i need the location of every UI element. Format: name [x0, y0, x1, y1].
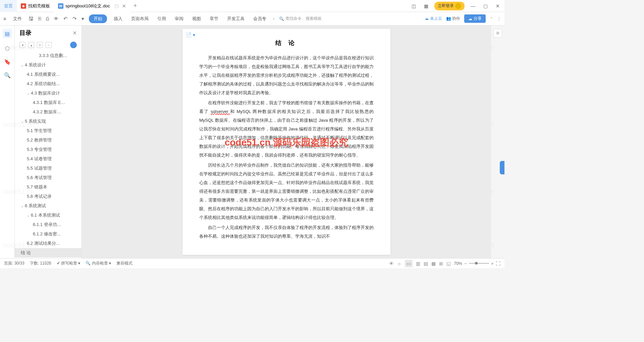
brightness-icon[interactable]: ☼ — [397, 261, 401, 266]
export-icon[interactable]: ⎘ — [38, 16, 41, 21]
search-rail-icon[interactable]: 🔍 — [4, 72, 11, 78]
tab-templates[interactable]: ◆ 找稻壳模板 — [17, 0, 54, 12]
zoom-in-icon[interactable]: + — [491, 261, 494, 266]
eye-icon[interactable]: 👁 — [389, 261, 394, 266]
print-icon[interactable]: ⎙ — [46, 16, 49, 21]
sync-indicator-icon[interactable] — [70, 42, 77, 48]
tab-window-icon[interactable]: ▢ — [115, 3, 119, 8]
redo-icon[interactable]: ↷ — [72, 16, 77, 22]
expand-all-icon[interactable]: ▴ — [28, 42, 34, 48]
share-icon: ☁ — [468, 16, 472, 21]
outline-icon[interactable]: ▤ — [3, 29, 12, 38]
minimize-button[interactable]: — — [469, 3, 477, 9]
sidebar-close-icon[interactable]: ✕ — [72, 30, 77, 36]
spellcheck-button[interactable]: ✔ 拼写检查 ▾ — [57, 261, 80, 266]
dropdown-icon[interactable]: ▾ — [82, 16, 84, 22]
toc-item[interactable]: 5.5 试题管理 — [15, 164, 82, 173]
toolbar-more-icon[interactable]: ⋮ — [497, 16, 501, 21]
check-icon: ✔ — [57, 261, 60, 266]
menu-layout[interactable]: 页面布局 — [129, 14, 151, 23]
print-layout-icon[interactable]: ⊞ — [439, 261, 443, 266]
share-button[interactable]: ☁ 分享 — [464, 14, 486, 23]
toc-item[interactable]: ⌄6 系统测试 — [15, 201, 82, 211]
zoom-level[interactable]: 70% — [454, 261, 462, 266]
scroll-right-icon[interactable]: › — [273, 16, 274, 21]
toc-item[interactable]: 3.3.3 信息删… — [15, 51, 82, 60]
search-icon: 🔍 — [279, 16, 284, 21]
panel-toggle-icon[interactable]: ≡ — [493, 29, 502, 38]
menu-file[interactable]: 文件 — [11, 14, 24, 23]
toc-item[interactable]: 5.2 教师管理 — [15, 135, 82, 145]
save-icon[interactable]: 🖫 — [29, 16, 34, 21]
remove-heading-icon[interactable]: − — [46, 42, 52, 48]
command-search[interactable]: 🔍 查找命令、搜索模板 — [279, 16, 322, 21]
page-view-icon[interactable]: ▭ — [405, 260, 413, 267]
web-view-icon[interactable]: ▦ — [431, 261, 436, 266]
toc-item[interactable]: 4.3.1 数据库 E… — [15, 98, 82, 107]
toc-item[interactable]: 参考文献 — [15, 258, 82, 258]
undo-icon[interactable]: ↶ — [63, 16, 68, 22]
chevron-down-icon[interactable]: ⌄ — [21, 120, 23, 123]
toc-item[interactable]: 5.6 考试管理 — [15, 173, 82, 182]
toc-item[interactable]: 5.4 试卷管理 — [15, 154, 82, 164]
close-icon[interactable]: ✕ — [122, 3, 126, 9]
toc-item[interactable]: 6.1.1 登录功… — [15, 220, 82, 229]
zoom-control: 70% − + ⛶ — [454, 261, 500, 266]
tab-home[interactable]: 首页 — [0, 0, 17, 12]
document-area[interactable]: 📄 ▾ 结 论 开发精品在线试题库系统是作为毕设作品进行设计的，这个毕设作品是我… — [82, 25, 491, 258]
toc-item[interactable]: 4.1 系统概要设… — [15, 70, 82, 79]
chevron-down-icon[interactable]: ⌄ — [27, 92, 30, 95]
toc-item[interactable]: 5.7 错题本 — [15, 182, 82, 192]
menu-devtools[interactable]: 开发工具 — [225, 14, 247, 23]
menu-insert[interactable]: 插入 — [112, 14, 124, 23]
outline-view-icon[interactable]: ▥ — [416, 261, 420, 266]
content-check-button[interactable]: 🔍 内容检查 ▾ — [86, 261, 111, 266]
menu-reference[interactable]: 引用 — [155, 14, 168, 23]
toc-item[interactable]: 5.8 考试记录 — [15, 192, 82, 201]
toc-item[interactable]: 5.3 专业管理 — [15, 145, 82, 154]
new-tab-button[interactable]: + — [130, 2, 140, 9]
chevron-down-icon[interactable]: ⌄ — [21, 204, 23, 208]
close-button[interactable]: ✕ — [494, 3, 502, 9]
toolbar-collapse-icon[interactable]: ⌃ — [490, 16, 493, 21]
toc-item[interactable]: 5.1 学生管理 — [15, 126, 82, 135]
chevron-down-icon[interactable]: ⌄ — [27, 214, 30, 217]
shape-icon[interactable]: ⬠ — [4, 45, 11, 52]
menu-chapter[interactable]: 章节 — [208, 14, 220, 23]
cloud-status[interactable]: ☁ 未上云 — [425, 16, 442, 21]
layout-icon[interactable]: ◫ — [410, 3, 418, 9]
bookmark-icon[interactable]: 🔖 — [4, 58, 11, 65]
side-handle[interactable] — [500, 161, 504, 174]
zoom-out-icon[interactable]: − — [464, 261, 467, 266]
toc-item[interactable]: 4.2 系统功能结… — [15, 79, 82, 89]
toc-item[interactable]: ⌄4 系统设计 — [15, 60, 82, 70]
toc-item[interactable]: ⌄5 系统实现 — [15, 117, 82, 126]
toc-item[interactable]: ⌄6.1 本系统测试 — [15, 211, 82, 220]
word-count[interactable]: 字数: 11026 — [30, 261, 51, 266]
chevron-down-icon[interactable]: ⌄ — [21, 63, 23, 67]
toc-item[interactable]: 6.1.2 修改密… — [15, 229, 82, 239]
zoom-slider[interactable] — [469, 263, 489, 264]
menu-icon[interactable]: ≡ — [3, 16, 6, 21]
collab-button[interactable]: 👥 协作 — [446, 16, 460, 21]
collapse-all-icon[interactable]: ▾ — [19, 42, 25, 48]
toc-item[interactable]: ⌄4.3 数据库设计 — [15, 89, 82, 98]
page-indicator[interactable]: 页面: 30/33 — [4, 261, 24, 266]
login-button[interactable]: 立即登录 — [434, 2, 465, 10]
toc-item[interactable]: 结 论 — [15, 248, 82, 258]
add-heading-icon[interactable]: + — [37, 42, 43, 48]
fullscreen-icon[interactable]: ⛶ — [496, 261, 500, 266]
toc-item[interactable]: 4.3.2 数据库… — [15, 107, 82, 117]
menu-start[interactable]: 开始 — [89, 14, 107, 23]
preview-icon[interactable]: 👁 — [54, 16, 59, 21]
toc-item[interactable]: 6.2 测试结果分… — [15, 239, 82, 248]
grid-icon[interactable]: ▦ — [422, 3, 430, 9]
compat-mode[interactable]: 兼容模式 — [116, 261, 132, 266]
menu-member[interactable]: 会员专 — [251, 14, 268, 23]
menu-review[interactable]: 审阅 — [173, 14, 185, 23]
maximize-button[interactable]: ▢ — [481, 3, 490, 9]
reading-view-icon[interactable]: ▤ — [424, 261, 428, 266]
tab-document[interactable]: W springboot108论文.doc ▢ ✕ — [54, 0, 130, 12]
menu-view[interactable]: 视图 — [190, 14, 203, 23]
fit-icon[interactable]: ◱ — [446, 261, 451, 266]
